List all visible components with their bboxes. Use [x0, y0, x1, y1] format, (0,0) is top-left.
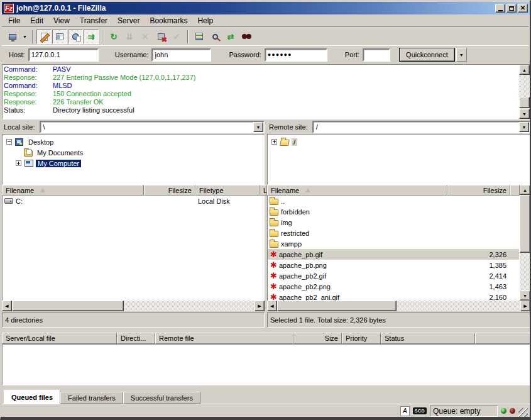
column-header-status[interactable]: Status	[381, 333, 475, 344]
toggle-queue-button[interactable]: ⇉	[84, 30, 99, 44]
combo-dropdown-icon[interactable]: ▼	[519, 122, 529, 132]
title-bar: Fz john@127.0.0.1 - FileZilla ✕	[2, 2, 530, 14]
expand-icon[interactable]	[16, 160, 21, 166]
tab-successful-transfers[interactable]: Successful transfers	[123, 392, 200, 404]
remote-file-row[interactable]: ✱apache_pb2.png1,463	[268, 281, 519, 292]
column-header-direction[interactable]: Directi...	[117, 333, 155, 344]
scroll-left-button[interactable]: ◀	[2, 301, 12, 311]
remote-file-row[interactable]: forbidden	[268, 206, 519, 217]
remote-file-row[interactable]: xampp	[268, 238, 519, 249]
site-manager-dropdown[interactable]: ▼	[21, 30, 29, 44]
tab-failed-transfers[interactable]: Failed transfers	[60, 392, 123, 404]
message-log: Command:PASV Response:227 Entering Passi…	[2, 64, 530, 119]
queue-toggle-icon: ⇉	[88, 33, 95, 41]
toggle-local-tree-button[interactable]	[52, 30, 67, 44]
menu-server[interactable]: Server	[112, 15, 145, 26]
remote-file-row[interactable]: ✱apache_pb2_ani.gif2,160	[268, 292, 519, 301]
remote-file-row[interactable]: restricted	[268, 228, 519, 238]
column-header-remote-file[interactable]: Remote file	[155, 333, 293, 344]
reconnect-button[interactable]: ✔	[169, 30, 184, 44]
minimize-button[interactable]	[495, 4, 505, 13]
scroll-track[interactable]	[277, 301, 520, 311]
scroll-thumb[interactable]	[519, 97, 530, 108]
scroll-up-button[interactable]: ▲	[520, 185, 530, 195]
tree-item-desktop[interactable]: Desktop	[3, 136, 264, 147]
remote-file-row[interactable]: ✱apache_pb2.gif2,414	[268, 270, 519, 281]
column-header-filename[interactable]: Filename	[267, 185, 447, 196]
tree-item-root[interactable]: /	[268, 136, 530, 147]
toggle-remote-tree-button[interactable]	[68, 30, 83, 44]
quickconnect-dropdown[interactable]: ▼	[456, 48, 467, 62]
scroll-thumb[interactable]	[277, 301, 397, 311]
scroll-down-button[interactable]: ▼	[520, 290, 530, 301]
toggle-message-log-button[interactable]	[36, 30, 52, 44]
menu-bar: File Edit View Transfer Server Bookmarks…	[2, 14, 528, 27]
remote-site-combo[interactable]: / ▼	[312, 121, 530, 133]
scroll-thumb[interactable]	[520, 195, 530, 253]
scroll-up-button[interactable]: ▲	[519, 65, 530, 75]
menu-edit[interactable]: Edit	[25, 15, 48, 26]
scroll-left-button[interactable]: ◀	[267, 301, 277, 311]
local-horizontal-scrollbar[interactable]: ◀ ▶	[2, 301, 265, 311]
remote-file-row[interactable]: ..	[268, 196, 519, 206]
remote-horizontal-scrollbar[interactable]: ◀ ▶	[267, 301, 530, 311]
maximize-button[interactable]	[506, 4, 517, 13]
remote-vertical-scrollbar[interactable]: ▲ ▼	[520, 185, 530, 301]
port-input[interactable]	[363, 48, 390, 62]
column-header-filesize[interactable]: Filesize	[144, 185, 195, 196]
menu-file[interactable]: File	[3, 15, 25, 26]
scroll-down-button[interactable]: ▼	[519, 109, 530, 119]
expand-icon[interactable]	[271, 139, 277, 145]
password-input[interactable]	[265, 48, 327, 62]
menu-transfer[interactable]: Transfer	[75, 15, 112, 26]
quickconnect-button[interactable]: Quickconnect	[399, 48, 455, 62]
menu-bookmarks[interactable]: Bookmarks	[145, 15, 192, 26]
scroll-right-button[interactable]: ▶	[520, 301, 530, 311]
resize-grip[interactable]	[518, 408, 528, 417]
process-queue-button[interactable]: ⇊	[122, 30, 137, 44]
column-header-filesize[interactable]: Filesize	[447, 185, 510, 196]
synchronized-browsing-button[interactable]: ⇄	[223, 30, 238, 44]
scroll-thumb[interactable]	[12, 301, 124, 311]
file-name: img	[281, 219, 292, 226]
local-site-bar: Local site: \ ▼	[2, 120, 265, 134]
column-header-server-local-file[interactable]: Server/Local file	[2, 333, 117, 344]
combo-dropdown-icon[interactable]: ▼	[253, 122, 263, 132]
collapse-icon[interactable]	[6, 139, 12, 145]
remote-file-row[interactable]: ✱apache_pb.png1,385	[268, 260, 519, 270]
close-button[interactable]: ✕	[518, 4, 528, 13]
username-input[interactable]	[151, 48, 211, 62]
scroll-track[interactable]	[519, 75, 530, 109]
refresh-button[interactable]: ↻	[106, 30, 121, 44]
column-header-lastmodified[interactable]: L	[260, 185, 267, 196]
tree-item-my-computer[interactable]: My Computer	[3, 158, 264, 169]
tab-queued-files[interactable]: Queued files	[4, 390, 60, 404]
local-site-combo[interactable]: \ ▼	[40, 121, 265, 133]
column-header-filename[interactable]: Filename	[2, 185, 144, 196]
folder-icon	[270, 241, 278, 248]
remote-file-row[interactable]: img	[268, 217, 519, 228]
column-header-size[interactable]: Size	[293, 333, 342, 344]
column-header-priority[interactable]: Priority	[342, 333, 381, 344]
menu-view[interactable]: View	[48, 15, 75, 26]
queue-header: Server/Local file Directi... Remote file…	[2, 333, 530, 344]
remote-list-body: .. forbidden img restricted xampp ✱apach…	[267, 196, 520, 301]
scroll-track[interactable]	[520, 253, 530, 290]
scroll-right-button[interactable]: ▶	[255, 301, 265, 311]
toolbar-separator	[32, 30, 33, 43]
host-input[interactable]	[28, 48, 99, 62]
disconnect-button[interactable]: ✖	[153, 30, 168, 44]
find-files-button[interactable]	[239, 30, 254, 44]
cancel-operation-button[interactable]: ✕	[138, 30, 153, 44]
log-scrollbar[interactable]: ▲ ▼	[519, 65, 530, 119]
tree-item-my-documents[interactable]: My Documents	[3, 147, 264, 158]
menu-help[interactable]: Help	[192, 15, 218, 26]
local-file-row[interactable]: C: Local Disk	[3, 196, 264, 206]
scroll-track[interactable]	[12, 301, 255, 311]
remote-file-row-selected[interactable]: ✱apache_pb.gif2,326	[268, 249, 519, 260]
filter-button[interactable]	[192, 30, 207, 44]
tree-item-label: /	[292, 138, 297, 146]
site-manager-button[interactable]	[5, 30, 20, 44]
column-header-filetype[interactable]: Filetype	[195, 185, 260, 196]
directory-comparison-button[interactable]	[207, 30, 222, 44]
